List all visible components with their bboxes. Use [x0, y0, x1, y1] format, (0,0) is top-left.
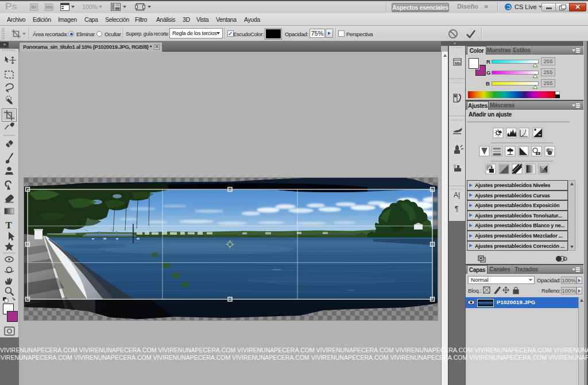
svg-text:Mb: Mb — [455, 61, 461, 65]
svg-text:¶: ¶ — [455, 205, 458, 213]
svg-text:A|: A| — [454, 191, 460, 199]
svg-text:T: T — [6, 220, 13, 231]
